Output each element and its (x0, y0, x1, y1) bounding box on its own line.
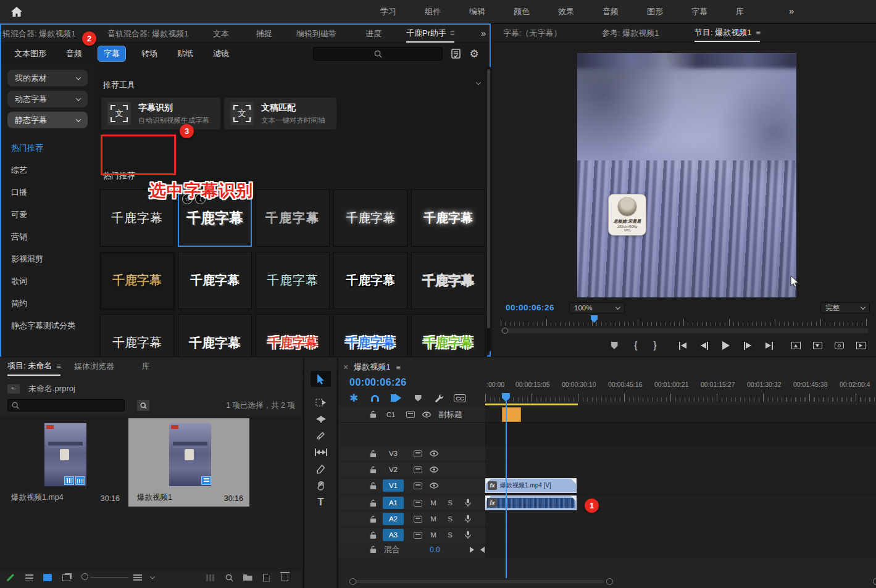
track-lock-icon[interactable] (368, 466, 378, 474)
pen-tool[interactable] (311, 461, 331, 477)
sidebar-category-item[interactable]: 影视混剪 (1, 248, 94, 270)
solo-button[interactable]: S (445, 531, 455, 539)
track-lock-icon[interactable] (368, 499, 378, 507)
tab-captions[interactable]: 字幕:（无字幕） (503, 24, 562, 42)
voiceover-mic-icon[interactable] (462, 499, 473, 507)
track-select-forward-tool[interactable] (311, 394, 331, 410)
audio-track-lane[interactable] (485, 511, 876, 526)
caption-track-lane[interactable] (485, 407, 876, 423)
keyframe-nav-icon[interactable] (470, 547, 485, 553)
track-output-eye-icon[interactable] (427, 466, 441, 473)
sort-chevron-icon[interactable] (146, 571, 159, 584)
go-to-in-button[interactable] (674, 339, 692, 352)
search-in-bin-button[interactable] (137, 400, 149, 411)
category-tab[interactable]: 文本图形 (10, 46, 50, 61)
new-item-button[interactable] (259, 571, 273, 584)
timeline-ruler[interactable]: :00:0000:00:15:0500:00:30:1000:00:45:160… (485, 379, 876, 405)
captions-menu-icon[interactable]: CC (452, 392, 468, 404)
category-tab[interactable]: 贴纸 (173, 46, 197, 61)
mark-out-button[interactable]: } (646, 339, 664, 352)
project-writable-icon[interactable] (4, 571, 17, 584)
sidebar-group[interactable]: 静态字幕 (7, 112, 88, 128)
project-search-input[interactable] (7, 399, 125, 412)
timeline-timecode[interactable]: 00:00:06:26 (349, 377, 407, 388)
source-patch-icon[interactable] (411, 516, 425, 523)
tab-program-monitor[interactable]: 节目: 爆款视频1 ≡ (695, 24, 760, 42)
project-item-clip[interactable]: 爆款视频1.mp4 30:16 (5, 418, 126, 507)
sidebar-category-item[interactable]: 简约 (1, 292, 94, 315)
sidebar-category-item[interactable]: 热门推荐 (1, 137, 94, 159)
video-track-lane[interactable] (485, 462, 876, 477)
track-target-button[interactable]: V2 (383, 463, 404, 476)
tab-reference-monitor[interactable]: 参考: 爆款视频1 (602, 24, 659, 42)
project-item-sequence[interactable]: 爆款视频1 30:16 (128, 418, 249, 507)
tab-project[interactable]: 项目: 未命名 ≡ (7, 357, 60, 376)
workspace-menu-item[interactable]: 音频 (603, 6, 619, 17)
tool-card[interactable]: 文 字幕识别 自动识别视频生成字幕 3 (101, 97, 220, 130)
track-target-button[interactable]: A1 (383, 497, 404, 509)
close-icon[interactable]: × (343, 362, 348, 372)
video-track-lane[interactable] (485, 446, 876, 461)
workspace-menu-item[interactable]: 颜色 (514, 6, 530, 17)
sidebar-category-item[interactable]: 可爱 (1, 204, 94, 226)
list-view-button[interactable] (22, 571, 36, 584)
item-label[interactable]: 爆款视频1.mp4 (11, 492, 64, 503)
sidebar-category-item[interactable]: 歌词 (1, 270, 94, 292)
track-lock-icon[interactable] (368, 545, 378, 553)
collapse-chevron-icon[interactable] (476, 80, 481, 85)
track-lock-icon[interactable] (368, 410, 378, 418)
subtitle-style-tile[interactable]: ☆ ↓ 千鹿字幕 (256, 252, 330, 309)
monitor-playhead[interactable] (591, 315, 598, 323)
category-tab[interactable]: 滤镜 (209, 46, 233, 61)
gear-icon[interactable]: ⚙ (467, 46, 482, 61)
mute-button[interactable]: M (428, 531, 438, 539)
workspace-menu-item[interactable]: 学习 (380, 6, 396, 17)
mark-in-button[interactable]: { (627, 339, 645, 352)
tab-capture[interactable]: 捕捉 (256, 25, 272, 43)
audio-clip[interactable]: fx (485, 495, 577, 510)
tab-media-browser[interactable]: 媒体浏览器 (74, 357, 114, 376)
source-patch-icon[interactable] (411, 466, 425, 473)
icon-view-button[interactable] (41, 571, 54, 584)
playhead-marker[interactable] (502, 393, 510, 402)
workspace-menu-item[interactable]: 组件 (425, 6, 441, 17)
track-target-button[interactable]: V3 (383, 447, 404, 460)
caption-clip[interactable] (502, 407, 521, 422)
track-output-eye-icon[interactable] (420, 412, 433, 418)
type-tool[interactable]: T (311, 494, 331, 510)
add-marker-icon[interactable] (410, 392, 426, 404)
tab-progress[interactable]: 进度 (365, 25, 382, 43)
add-marker-button[interactable] (605, 339, 624, 352)
item-label[interactable]: 爆款视频1 (137, 492, 172, 503)
extract-button[interactable] (808, 339, 827, 352)
snap-toggle-icon[interactable] (367, 392, 383, 404)
scrollbar-handle-left[interactable] (349, 578, 356, 585)
selection-tool[interactable] (311, 371, 331, 387)
track-target-button[interactable]: A2 (383, 513, 404, 525)
find-button[interactable] (222, 571, 236, 584)
ripple-edit-tool[interactable] (311, 411, 331, 427)
scrollbar-handle[interactable] (502, 328, 508, 334)
search-input[interactable] (313, 47, 443, 60)
voiceover-mic-icon[interactable] (462, 531, 473, 539)
track-lock-icon[interactable] (368, 450, 378, 458)
workspace-menu-item[interactable]: 编辑 (469, 6, 485, 17)
workspace-menu-item[interactable]: 图形 (647, 6, 663, 17)
collection-icon[interactable] (448, 46, 463, 61)
step-forward-button[interactable] (738, 339, 757, 352)
delete-button[interactable] (278, 571, 291, 584)
timeline-zoom-scrollbar[interactable] (344, 578, 869, 584)
sequence-tab[interactable]: × 爆款视频1 ≡ (343, 360, 400, 375)
solo-button[interactable]: S (445, 515, 455, 523)
subtitle-style-tile[interactable]: ☆ ↓ 千鹿字幕 (411, 189, 485, 247)
category-tab[interactable]: 转场 (138, 46, 161, 61)
sidebar-group[interactable]: 我的素材 (7, 70, 88, 86)
menu-overflow-button[interactable]: » (789, 6, 794, 16)
category-tab[interactable]: 字幕 (98, 46, 125, 61)
tab-text[interactable]: 文本 (213, 25, 229, 43)
source-patch-icon[interactable] (411, 500, 425, 507)
source-patch-icon[interactable] (411, 532, 425, 539)
navigate-up-icon[interactable]: ⬑ (7, 384, 20, 394)
subtitle-style-tile[interactable]: ☆ ↓ 千鹿字幕 (411, 252, 485, 309)
playhead-line[interactable] (506, 393, 507, 578)
